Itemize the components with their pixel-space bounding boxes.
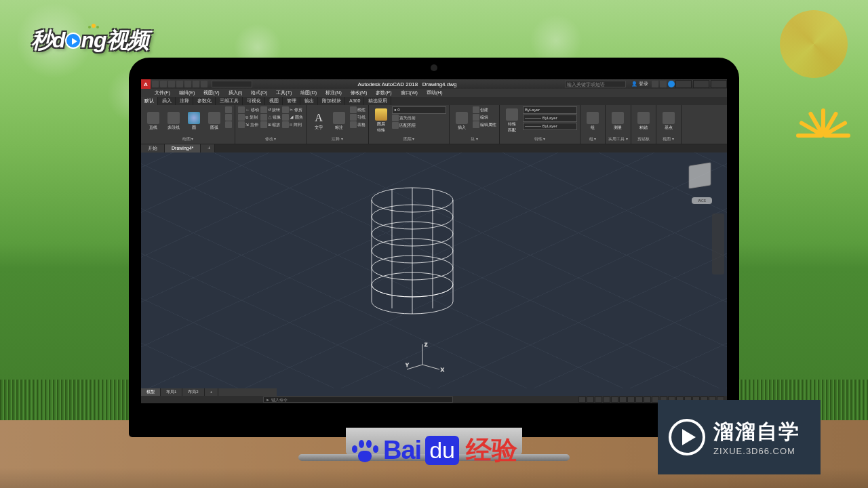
panel-view-label[interactable]: 视图 ▾ (659, 136, 678, 142)
array-button[interactable]: ⁞⁞ 阵列 (282, 121, 303, 128)
tab-drawing4[interactable]: Drawing4* (165, 144, 201, 152)
dyninput-toggle[interactable] (644, 396, 651, 403)
tab-a360[interactable]: A360 (346, 97, 364, 105)
spline-button[interactable] (225, 121, 232, 128)
qat-save-icon[interactable] (168, 81, 175, 87)
qat-saveas-icon[interactable] (176, 81, 183, 87)
linear-button[interactable]: 线性 (350, 106, 366, 113)
menu-insert[interactable]: 插入(I) (224, 89, 247, 97)
measure-button[interactable]: 测量 (608, 106, 627, 136)
matchlayer-button[interactable]: 匹配图层 (392, 122, 446, 129)
grid-toggle[interactable] (587, 396, 594, 403)
createblock-button[interactable]: 创建 (473, 106, 496, 113)
minimize-button[interactable] (675, 80, 692, 88)
fillet-button[interactable]: ◢ 圆角 (282, 114, 303, 121)
workspace-dropdown[interactable] (212, 81, 252, 87)
copy-button[interactable]: ⧉ 复制 (238, 114, 259, 121)
text-button[interactable]: A文字 (309, 106, 328, 136)
scale-button[interactable]: ⊞ 缩放 (260, 121, 281, 128)
wcs-label[interactable]: WCS (692, 197, 712, 204)
qat-redo-icon[interactable] (201, 81, 208, 87)
tab-annotate[interactable]: 注释 (176, 97, 193, 105)
ortho-toggle[interactable] (603, 396, 610, 403)
table-button[interactable]: 表格 (350, 121, 366, 128)
panel-utilities-label[interactable]: 实用工具 ▾ (608, 136, 628, 142)
close-button[interactable] (711, 80, 727, 88)
osnap-toggle[interactable] (619, 396, 627, 403)
editattr-button[interactable]: 编辑属性 (473, 121, 496, 128)
menu-window[interactable]: 窗口(W) (397, 89, 422, 97)
3dosnap-toggle[interactable] (627, 396, 635, 403)
panel-layer-label[interactable]: 图层 ▾ (372, 136, 446, 142)
move-button[interactable]: ↔ 移动 (238, 106, 259, 113)
menu-modify[interactable]: 修改(M) (347, 89, 372, 97)
panel-modify-label[interactable]: 修改 ▾ (238, 136, 303, 142)
mirror-button[interactable]: △ 镜像 (260, 114, 281, 121)
insertblock-button[interactable]: 插入 (452, 106, 471, 136)
tab-parametric[interactable]: 参数化 (194, 97, 216, 105)
tab-featured[interactable]: 精选应用 (365, 97, 391, 105)
tab-start[interactable]: 开始 (141, 144, 165, 152)
setcurrent-button[interactable]: 置为当前 (392, 115, 446, 121)
tab-default[interactable]: 默认 (141, 97, 158, 105)
tab-view[interactable]: 视图 (266, 97, 283, 105)
rect-button[interactable] (225, 106, 232, 113)
layer-dropdown[interactable]: ● 0 (392, 106, 446, 114)
qat-new-icon[interactable] (152, 81, 159, 87)
tab-add-layout[interactable]: + (205, 388, 219, 396)
menu-dimension[interactable]: 标注(N) (321, 89, 346, 97)
arc-button[interactable]: 圆弧 (205, 106, 224, 136)
group-button[interactable]: 组 (583, 106, 602, 136)
stretch-button[interactable]: ⇲ 拉伸 (238, 121, 259, 128)
tab-output[interactable]: 输出 (301, 97, 318, 105)
stayconnected-icon[interactable] (660, 81, 667, 87)
navigation-bar[interactable] (712, 214, 724, 274)
drawing-viewport[interactable]: Z X Y WCS (141, 152, 727, 388)
polar-toggle[interactable] (611, 396, 618, 403)
command-line-input[interactable]: ► 键入命令 (263, 396, 453, 403)
polyline-button[interactable]: 多段线 (164, 106, 183, 136)
trim-button[interactable]: ✂ 修剪 (282, 106, 303, 113)
tab-manage[interactable]: 管理 (283, 97, 300, 105)
qat-undo-icon[interactable] (193, 81, 199, 87)
login-button[interactable]: 👤 登录 (631, 81, 648, 87)
menu-draw[interactable]: 绘图(D) (296, 89, 321, 97)
menu-tools[interactable]: 工具(T) (272, 89, 296, 97)
tab-visualize[interactable]: 可视化 (243, 97, 265, 105)
color-dropdown[interactable]: ByLayer (523, 106, 577, 114)
tab-model[interactable]: 模型 (141, 388, 161, 396)
help-icon[interactable] (668, 81, 675, 87)
exchange-icon[interactable] (652, 81, 658, 87)
paste-button[interactable]: 粘贴 (634, 106, 653, 136)
menu-param[interactable]: 参数(P) (372, 89, 395, 97)
qat-plot-icon[interactable] (184, 81, 191, 87)
line-button[interactable]: 直线 (144, 106, 163, 136)
leader-button[interactable]: 引线 (350, 114, 366, 121)
app-logo-icon[interactable]: A (141, 79, 151, 89)
rotate-button[interactable]: ↺ 旋转 (260, 106, 281, 113)
tab-new[interactable]: + (201, 144, 215, 152)
hatch-button[interactable] (225, 114, 232, 121)
lineweight-dropdown[interactable]: ———— ByLayer (523, 115, 577, 122)
viewcube[interactable] (686, 159, 713, 192)
basepoint-button[interactable]: 基点 (659, 106, 678, 136)
dim-button[interactable]: 标注 (330, 106, 349, 136)
menu-view[interactable]: 视图(V) (199, 89, 223, 97)
linetype-dropdown[interactable]: ———— ByLayer (523, 123, 577, 130)
tab-insert[interactable]: 插入 (159, 97, 176, 105)
editblock-button[interactable]: 编辑 (473, 114, 496, 121)
qat-open-icon[interactable] (160, 81, 167, 87)
snap-toggle[interactable] (595, 396, 602, 403)
menu-format[interactable]: 格式(O) (247, 89, 271, 97)
help-search-input[interactable]: 输入关键字或短语 (565, 81, 626, 87)
modelspace-toggle[interactable] (578, 396, 586, 403)
matchprops-button[interactable]: 特性匹配 (502, 106, 521, 136)
tab-3dtools[interactable]: 三维工具 (216, 97, 243, 105)
panel-annotation-label[interactable]: 注释 ▾ (309, 136, 366, 142)
panel-group-label[interactable]: 组 ▾ (583, 136, 602, 142)
panel-block-label[interactable]: 块 ▾ (452, 136, 496, 142)
otrack-toggle[interactable] (635, 396, 643, 403)
panel-draw-label[interactable]: 绘图 ▾ (144, 136, 232, 142)
layerprops-button[interactable]: 图层特性 (372, 106, 391, 136)
maximize-button[interactable] (693, 80, 709, 88)
